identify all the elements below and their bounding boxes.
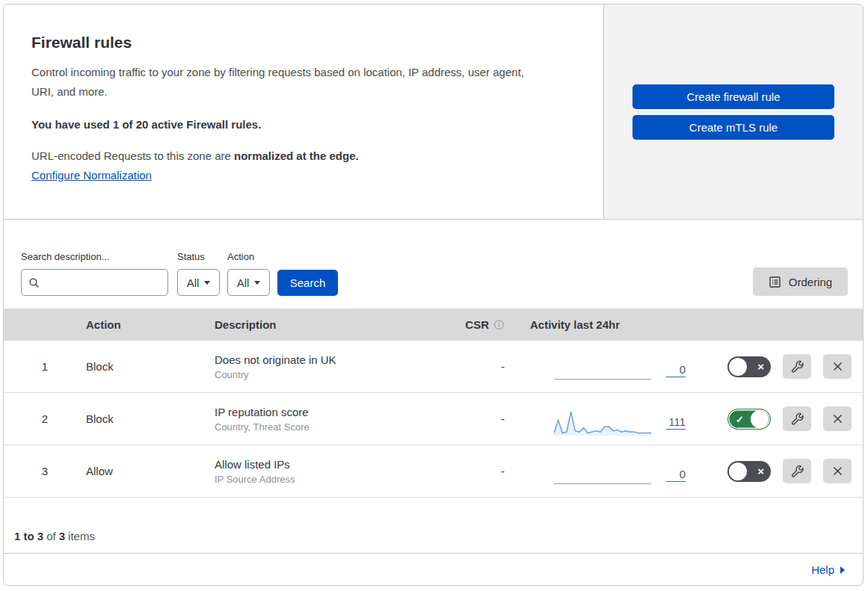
- close-icon: [832, 413, 843, 424]
- intro-panel: Firewall rules Control incoming traffic …: [4, 4, 604, 219]
- create-mtls-rule-button[interactable]: Create mTLS rule: [632, 115, 834, 140]
- help-link[interactable]: Help: [811, 563, 845, 576]
- firewall-rule-row: 1 Block Does not originate in UK Country…: [4, 341, 863, 393]
- firewall-rules-panel: Firewall rules Control incoming traffic …: [3, 4, 864, 586]
- normalization-text: URL-encoded Requests to this zone are no…: [31, 149, 573, 162]
- toggle-knob: [729, 462, 747, 480]
- top-section: Firewall rules Control incoming traffic …: [4, 4, 863, 220]
- edit-rule-button[interactable]: [783, 406, 811, 431]
- page-description: Control incoming traffic to your zone by…: [31, 63, 547, 102]
- enable-rule-toggle[interactable]: ✓: [727, 409, 771, 430]
- help-bar: Help: [4, 553, 863, 586]
- rule-description-cell: IP reputation score Country, Threat Scor…: [215, 406, 436, 433]
- info-icon[interactable]: [493, 319, 505, 330]
- toggle-off-x-icon: ×: [757, 361, 764, 372]
- status-label: Status: [177, 251, 220, 262]
- status-select-value: All: [187, 276, 200, 289]
- rule-controls: ×: [699, 354, 863, 379]
- activity-count-link[interactable]: 0: [666, 468, 686, 482]
- delete-rule-button[interactable]: [823, 459, 852, 483]
- action-select-value: All: [237, 276, 250, 289]
- rule-action: Allow: [86, 465, 215, 477]
- status-select[interactable]: All: [177, 269, 220, 296]
- chevron-down-icon: [254, 281, 260, 285]
- toggle-off-x-icon: ×: [757, 465, 764, 477]
- usage-text: You have used 1 of 20 active Firewall ru…: [31, 118, 573, 131]
- rule-description: IP reputation score: [215, 406, 436, 418]
- search-input[interactable]: [44, 276, 161, 290]
- rule-match-fields: Country, Threat Score: [215, 421, 436, 433]
- items-total: 3: [59, 530, 65, 542]
- activity-sparkline-flat: [554, 354, 651, 380]
- rule-priority: 1: [4, 360, 86, 373]
- toggle-on-check-icon: ✓: [736, 414, 744, 424]
- action-select[interactable]: All: [227, 269, 270, 296]
- rule-csr-value: -: [436, 465, 514, 477]
- action-group: Action All: [227, 251, 270, 296]
- items-suffix: items: [68, 530, 95, 542]
- rule-controls: ✓: [699, 406, 863, 431]
- wrench-icon: [791, 360, 804, 373]
- search-label: Search description...: [21, 251, 168, 262]
- rule-description: Allow listed IPs: [215, 458, 436, 471]
- normalization-bold: normalized at the edge.: [234, 149, 359, 162]
- rule-priority: 3: [4, 465, 86, 477]
- column-csr-label: CSR: [465, 318, 489, 331]
- rule-controls: ×: [699, 459, 863, 483]
- chevron-down-icon: [204, 281, 210, 285]
- page-title: Firewall rules: [31, 34, 573, 52]
- rule-description: Does not originate in UK: [215, 353, 436, 366]
- column-action: Action: [86, 318, 215, 331]
- delete-rule-button[interactable]: [823, 406, 852, 431]
- toggle-knob: [729, 358, 747, 376]
- column-csr: CSR: [436, 318, 514, 331]
- rule-match-fields: Country: [215, 369, 436, 380]
- items-range: 1 to 3: [14, 530, 43, 542]
- search-button[interactable]: Search: [277, 270, 338, 296]
- activity-sparkline-flat: [554, 459, 651, 484]
- edit-rule-button[interactable]: [783, 459, 811, 483]
- edit-rule-button[interactable]: [783, 354, 811, 379]
- rule-match-fields: IP Source Address: [215, 474, 436, 485]
- search-icon: [28, 277, 40, 288]
- delete-rule-button[interactable]: [823, 354, 852, 379]
- rule-description-cell: Does not originate in UK Country: [215, 353, 436, 380]
- rule-csr-value: -: [436, 360, 514, 373]
- firewall-rule-row: 3 Allow Allow listed IPs IP Source Addre…: [4, 445, 863, 498]
- wrench-icon: [791, 465, 804, 477]
- rule-activity-cell: 0: [514, 354, 699, 380]
- ordering-list-icon: [769, 276, 781, 288]
- rule-activity-cell: 0: [514, 459, 699, 484]
- filter-bar: Search description... Status All Action …: [4, 220, 863, 309]
- enable-rule-toggle[interactable]: ×: [727, 356, 771, 377]
- column-description: Description: [215, 318, 436, 331]
- activity-count-link[interactable]: 111: [666, 415, 686, 430]
- rule-priority: 2: [4, 412, 86, 425]
- actions-panel: Create firewall rule Create mTLS rule: [604, 4, 863, 219]
- activity-count-link[interactable]: 0: [666, 363, 686, 377]
- ordering-button[interactable]: Ordering: [753, 267, 848, 296]
- ordering-button-label: Ordering: [789, 276, 832, 288]
- table-header-row: Action Description CSR Activity last 24h…: [4, 309, 863, 341]
- normalization-prefix: URL-encoded Requests to this zone are: [31, 149, 231, 162]
- rule-action: Block: [86, 412, 215, 425]
- firewall-rule-row: 2 Block IP reputation score Country, Thr…: [4, 393, 863, 445]
- rule-activity-cell: 111: [514, 406, 699, 433]
- enable-rule-toggle[interactable]: ×: [727, 461, 771, 482]
- status-group: Status All: [177, 251, 220, 296]
- close-icon: [832, 361, 843, 372]
- close-icon: [832, 465, 843, 477]
- search-input-box[interactable]: [21, 269, 168, 296]
- pagination-summary: 1 to 3 of 3 items: [4, 498, 863, 553]
- search-group: Search description...: [21, 251, 168, 296]
- create-firewall-rule-button[interactable]: Create firewall rule: [632, 84, 834, 109]
- column-activity: Activity last 24hr: [514, 318, 699, 331]
- help-link-label: Help: [811, 563, 834, 576]
- wrench-icon: [791, 412, 804, 425]
- items-of: of: [46, 530, 56, 542]
- rule-description-cell: Allow listed IPs IP Source Address: [215, 458, 436, 485]
- rule-csr-value: -: [436, 412, 514, 425]
- activity-sparkline: [554, 409, 651, 436]
- configure-normalization-link[interactable]: Configure Normalization: [31, 169, 152, 182]
- toggle-knob: [751, 410, 769, 428]
